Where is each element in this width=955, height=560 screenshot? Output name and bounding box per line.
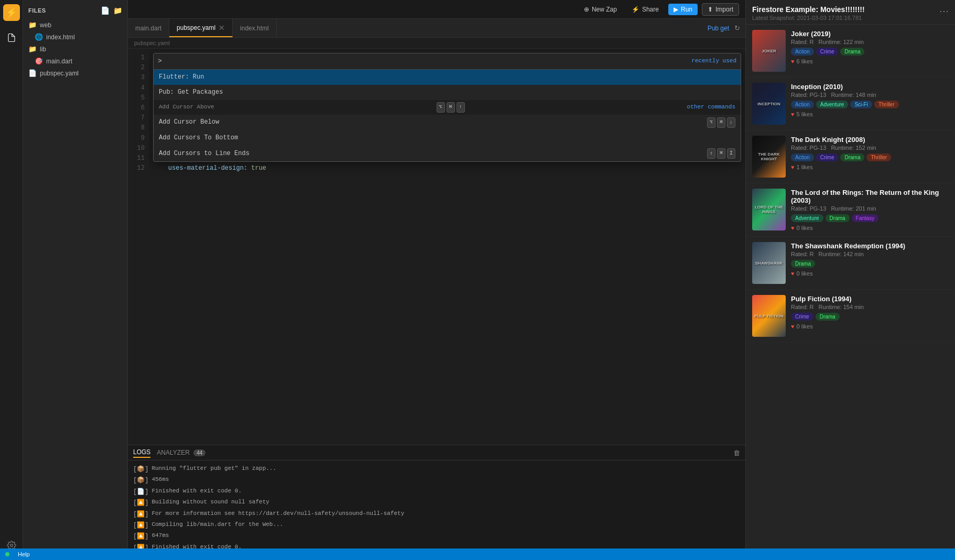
log-line-1: [📦] Running "flutter pub get" in zapp... [133, 464, 740, 475]
heart-icon-lotr[interactable]: ♥ [791, 225, 795, 231]
tag-shawshank-drama[interactable]: Drama [791, 260, 815, 268]
movie-likes-inception: ♥ 5 likes [791, 111, 949, 117]
log-icon-6: [🔼] [133, 520, 148, 531]
analyzer-label: ANALYZER [157, 449, 189, 456]
tag-lotr-adventure[interactable]: Adventure [791, 214, 823, 222]
movie-title-pulp: Pulp Fiction (1994) [791, 295, 949, 303]
heart-icon-joker[interactable]: ♥ [791, 58, 795, 64]
tag-dk-action[interactable]: Action [791, 153, 814, 161]
logs-content: [📦] Running "flutter pub get" in zapp...… [128, 460, 745, 560]
movie-likes-shawshank: ♥ 0 likes [791, 270, 949, 277]
tag-lotr-fantasy[interactable]: Fantasy [852, 214, 879, 222]
right-panel-more-icon[interactable]: ⋯ [939, 5, 949, 17]
tab-main-dart[interactable]: main.dart [128, 19, 169, 37]
shortcut-cmd3-icon: ⌘ [717, 148, 725, 159]
likes-count-inception: 5 likes [797, 111, 813, 117]
movie-meta-lotr: Rated: PG-13 Runtime: 201 min [791, 205, 949, 212]
tag-inception-thriller[interactable]: Thriller [874, 101, 899, 108]
top-bar: ⊕ New Zap ⚡ Share ▶ Run ⬆ Import [128, 0, 745, 19]
movie-poster-dk: THE DARK KNIGHT [752, 136, 786, 178]
movie-likes-pulp: ♥ 0 likes [791, 323, 949, 330]
cp-item-flutter-run[interactable]: Flutter: Run [154, 70, 741, 85]
likes-count-lotr: 0 likes [797, 225, 813, 231]
tag-inception-action[interactable]: Action [791, 101, 814, 108]
cp-item-pub-get[interactable]: Pub: Get Packages [154, 85, 741, 100]
movie-likes-dk: ♥ 1 likes [791, 164, 949, 170]
tag-joker-drama[interactable]: Drama [840, 48, 864, 56]
tag-dk-thriller[interactable]: Thriller [866, 153, 891, 161]
movie-poster-joker: JOKER [752, 30, 786, 72]
sidebar-item-main-dart[interactable]: 🎯 main.dart [23, 55, 127, 67]
right-panel-title: Firestore Example: Movies!!!!!!!! [752, 5, 865, 14]
log-icon-4: [🔼] [133, 498, 148, 508]
logs-tab[interactable]: LOGS [133, 447, 150, 458]
new-zap-icon: ⊕ [584, 6, 589, 13]
heart-icon-inception[interactable]: ♥ [791, 111, 795, 117]
app-logo[interactable]: ⚡ [3, 4, 20, 21]
movie-info-inception: Inception (2010) Rated: PG-13 Runtime: 1… [791, 83, 949, 125]
shortcut-opt2-icon: ⌥ [707, 117, 715, 128]
right-panel-subtitle: Latest Snapshot: 2021-03-03 17:01:16.781 [752, 15, 865, 21]
run-button[interactable]: ▶ Run [668, 4, 698, 15]
heart-icon-pulp[interactable]: ♥ [791, 323, 795, 330]
new-file-icon[interactable]: 📄 [101, 6, 110, 15]
sidebar-item-web[interactable]: 📁 web [23, 19, 127, 31]
tag-lotr-drama[interactable]: Drama [826, 214, 850, 222]
pub-get-area: Pub get ↻ [277, 19, 745, 37]
code-editor[interactable]: name: cloud_fire description: Dem enviro… [149, 49, 745, 445]
shortcut-up-icon: ↑ [457, 102, 465, 113]
tab-pubspec-yaml[interactable]: pubspec.yaml ✕ [169, 19, 233, 37]
cp-pub-get-label: Pub: Get Packages [159, 87, 735, 97]
log-text-1: Running "flutter pub get" in zapp... [151, 464, 276, 474]
tag-inception-adventure[interactable]: Adventure [816, 101, 849, 108]
tag-dk-crime[interactable]: Crime [816, 153, 839, 161]
icon-bar: ⚡ [0, 0, 23, 560]
cp-item-cursors-line-ends[interactable]: Add Cursors to Line Ends ⇧ ⌘ I [154, 146, 741, 161]
new-zap-button[interactable]: ⊕ New Zap [579, 4, 622, 15]
sidebar-item-index-html[interactable]: 🌐 index.html [23, 31, 127, 43]
command-palette-input[interactable] [158, 57, 691, 65]
poster-label-joker: JOKER [759, 47, 778, 56]
logs-clear-icon[interactable]: 🗑 [733, 449, 740, 457]
tag-dk-drama[interactable]: Drama [840, 153, 864, 161]
tab-pubspec-close-icon[interactable]: ✕ [219, 24, 225, 32]
cp-flutter-run-label: Flutter: Run [159, 72, 735, 82]
sidebar-item-lib[interactable]: 📁 lib [23, 43, 127, 55]
movie-item-shawshank: SHAWSHANK The Shawshank Redemption (1994… [746, 237, 955, 290]
sidebar-label-web: web [40, 21, 51, 29]
log-icon-5: [🔼] [133, 509, 148, 520]
file-index-icon: 🌐 [35, 33, 43, 41]
log-icon-1: [📦] [133, 464, 148, 475]
cp-item-cursor-below[interactable]: Add Cursor Below ⌥ ⌘ ↓ [154, 115, 741, 130]
refresh-icon[interactable]: ↻ [734, 24, 740, 32]
shortcut-i-icon: I [727, 148, 735, 159]
cp-cursors-line-ends-label: Add Cursors to Line Ends [159, 149, 707, 159]
right-panel-header: Firestore Example: Movies!!!!!!!! Latest… [746, 0, 955, 25]
analyzer-tab[interactable]: ANALYZER 44 [157, 448, 205, 457]
pub-get-button[interactable]: Pub get [708, 25, 729, 32]
tab-index-html[interactable]: index.html [233, 19, 277, 37]
import-button[interactable]: ⬆ Import [702, 3, 739, 16]
status-bar: Help [0, 548, 955, 560]
tag-joker-action[interactable]: Action [791, 48, 814, 56]
cp-divider: Add Cursor Above ⌥ ⌘ ↑ other commands [154, 100, 741, 115]
files-nav-icon[interactable] [3, 29, 20, 46]
svg-point-0 [10, 544, 13, 547]
cp-item-cursors-bottom[interactable]: Add Cursors To Bottom [154, 130, 741, 146]
share-button[interactable]: ⚡ Share [626, 4, 664, 15]
new-folder-icon[interactable]: 📁 [113, 6, 123, 15]
movie-item-inception: INCEPTION Inception (2010) Rated: PG-13 … [746, 78, 955, 130]
tag-inception-scifi[interactable]: Sci-Fi [850, 101, 872, 108]
heart-icon-dk[interactable]: ♥ [791, 164, 795, 170]
log-line-2: [📦] 456ms [133, 475, 740, 486]
tag-pulp-drama[interactable]: Drama [816, 313, 840, 321]
sidebar-item-pubspec[interactable]: 📄 pubspec.yaml [23, 67, 127, 79]
movie-info-shawshank: The Shawshank Redemption (1994) Rated: R… [791, 242, 949, 284]
log-icon-7: [🔼] [133, 531, 148, 542]
tag-joker-crime[interactable]: Crime [816, 48, 839, 56]
sidebar: Files 📄 📁 📁 web 🌐 index.html 📁 lib 🎯 mai… [23, 0, 128, 560]
likes-count-joker: 6 likes [797, 58, 813, 64]
heart-icon-shawshank[interactable]: ♥ [791, 270, 795, 277]
tag-pulp-crime[interactable]: Crime [791, 313, 813, 321]
movie-poster-pulp: PULP FICTION [752, 295, 786, 337]
